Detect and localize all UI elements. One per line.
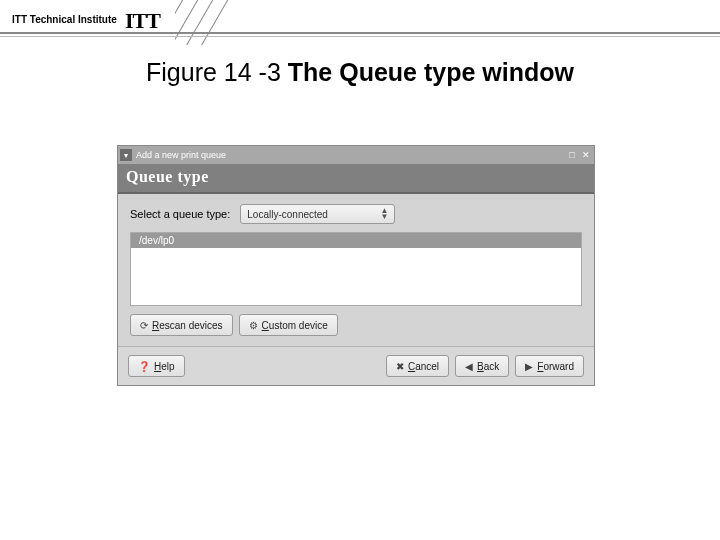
header-rule-1: [0, 32, 720, 34]
dialog-window: ▾ Add a new print queue □ ✕ Queue type S…: [117, 145, 595, 386]
wizard-body: Select a queue type: Locally-connected ▲…: [118, 194, 594, 346]
updown-icon: ▲▼: [380, 208, 388, 220]
list-item[interactable]: /dev/lp0: [131, 233, 581, 248]
back-icon: ◀: [465, 361, 473, 372]
maximize-icon[interactable]: □: [566, 149, 578, 161]
rescan-devices-button[interactable]: ⟳ Rescan devices: [130, 314, 233, 336]
wizard-header: Queue type: [118, 164, 594, 194]
wizard-step-title: Queue type: [126, 168, 586, 186]
header-decoration: [175, 0, 265, 45]
figure-number: Figure 14 -3: [146, 58, 288, 86]
refresh-icon: ⟳: [140, 320, 148, 331]
title-bar: ▾ Add a new print queue □ ✕: [118, 146, 594, 164]
queue-type-value: Locally-connected: [247, 209, 328, 220]
custom-device-button[interactable]: ⚙ Custom device: [239, 314, 338, 336]
system-menu-icon[interactable]: ▾: [120, 149, 132, 161]
close-icon[interactable]: ✕: [580, 149, 592, 161]
help-button[interactable]: ❓ Help: [128, 355, 185, 377]
close-icon: ✖: [396, 361, 404, 372]
window-title: Add a new print queue: [136, 150, 226, 160]
header-rule-2: [0, 36, 720, 37]
figure-caption: Figure 14 -3 The Queue type window: [60, 58, 660, 87]
device-buttons-row: ⟳ Rescan devices ⚙ Custom device: [130, 314, 582, 336]
gear-icon: ⚙: [249, 320, 258, 331]
device-listbox[interactable]: /dev/lp0: [130, 232, 582, 306]
queue-type-row: Select a queue type: Locally-connected ▲…: [130, 204, 582, 224]
help-icon: ❓: [138, 361, 150, 372]
queue-type-label: Select a queue type:: [130, 208, 230, 220]
page-header: ITT Technical Institute ITT: [0, 0, 720, 50]
figure-title: The Queue type window: [288, 58, 574, 86]
wizard-footer: ❓ Help ✖ Cancel ◀ Back ▶ Forward: [118, 346, 594, 385]
forward-icon: ▶: [525, 361, 533, 372]
cancel-button[interactable]: ✖ Cancel: [386, 355, 449, 377]
back-button[interactable]: ◀ Back: [455, 355, 509, 377]
org-logo: ITT: [125, 8, 160, 34]
forward-button[interactable]: ▶ Forward: [515, 355, 584, 377]
queue-type-select[interactable]: Locally-connected ▲▼: [240, 204, 395, 224]
org-name: ITT Technical Institute: [12, 14, 117, 25]
